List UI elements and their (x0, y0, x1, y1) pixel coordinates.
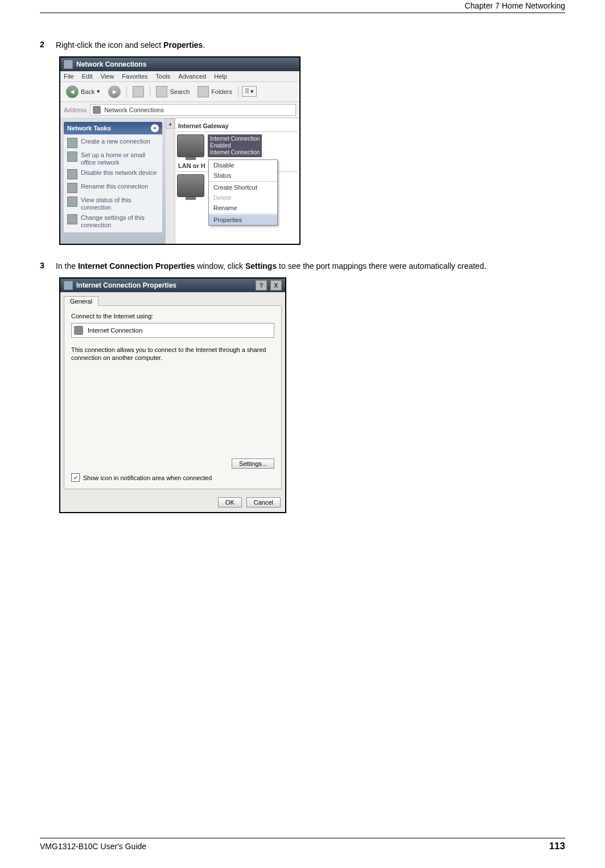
menu-advanced[interactable]: Advanced (178, 73, 206, 80)
dialog-title: Internet Connection Properties (76, 281, 176, 289)
monitor-icon (177, 174, 204, 197)
connection-description: This connection allows you to connect to… (71, 346, 274, 362)
scrollbar[interactable]: ▴ (166, 118, 175, 244)
forward-button[interactable]: ► (106, 84, 123, 99)
back-button[interactable]: ◄Back ▾ (64, 84, 102, 99)
step-2-number: 2 (40, 40, 56, 51)
separator (126, 86, 127, 97)
step-2: 2 Right-click the icon and select Proper… (40, 40, 565, 51)
show-icon-checkbox[interactable]: ✓ (71, 473, 80, 482)
toolbar: ◄Back ▾ ► Search Folders ⠿▾ (60, 82, 299, 102)
folders-button[interactable]: Folders (195, 85, 234, 99)
ctx-disable[interactable]: Disable (209, 160, 277, 170)
task-setup-network[interactable]: Set up a home or small office network (66, 150, 160, 167)
window-icon (64, 281, 73, 290)
menu-help[interactable]: Help (214, 73, 227, 80)
task-icon (67, 214, 77, 224)
category-internet-gateway: Internet Gateway (177, 121, 298, 131)
task-rename[interactable]: Rename this connection (66, 182, 160, 194)
network-tasks-header[interactable]: Network Tasks « (64, 122, 162, 134)
menu-tools[interactable]: Tools (156, 73, 171, 80)
address-icon (93, 106, 101, 114)
task-disable-device[interactable]: Disable this network device (66, 168, 160, 181)
connect-value: Internet Connection (88, 327, 142, 334)
ok-button[interactable]: OK (218, 497, 242, 507)
ctx-properties[interactable]: Properties (209, 215, 277, 225)
task-icon (67, 196, 77, 207)
address-label: Address (64, 107, 87, 113)
settings-button[interactable]: Settings... (232, 458, 274, 469)
close-button[interactable]: X (270, 280, 282, 290)
internet-connection-item[interactable]: Internet Connection Enabled Internet Con… (177, 134, 298, 157)
task-change-settings[interactable]: Change settings of this connection (66, 213, 160, 230)
up-button[interactable] (130, 85, 146, 99)
context-menu: Disable Status Create Shortcut Delete Re… (208, 159, 278, 226)
collapse-icon: « (151, 124, 159, 132)
tab-row: General (60, 292, 285, 305)
page-number: 113 (549, 841, 565, 852)
menu-file[interactable]: File (64, 73, 74, 80)
monitor-icon (177, 134, 204, 157)
item-label: Internet Connection Enabled Internet Con… (208, 134, 262, 157)
step-3: 3 In the Internet Connection Properties … (40, 261, 565, 272)
ctx-rename[interactable]: Rename (209, 203, 277, 213)
figure-network-connections: Network Connections File Edit View Favor… (59, 56, 301, 245)
task-icon (67, 183, 77, 193)
cancel-button[interactable]: Cancel (246, 497, 281, 507)
window-titlebar: Network Connections (60, 58, 299, 71)
menu-bar: File Edit View Favorites Tools Advanced … (60, 71, 299, 82)
connect-label: Connect to the Internet using: (71, 313, 274, 320)
footer-guide: VMG1312-B10C User's Guide (40, 842, 146, 851)
separator (238, 86, 238, 97)
step-3-text: In the Internet Connection Properties wi… (56, 261, 565, 272)
window-icon (64, 60, 73, 69)
connection-icon (74, 326, 83, 335)
separator (150, 86, 150, 97)
step-2-text: Right-click the icon and select Properti… (56, 40, 565, 51)
views-icon: ⠿ (245, 88, 249, 95)
sidebar: Network Tasks « Create a new connection … (60, 118, 166, 244)
task-icon (67, 169, 77, 179)
ctx-create-shortcut[interactable]: Create Shortcut (209, 182, 277, 193)
address-input[interactable]: Network Connections (90, 104, 296, 116)
scroll-up-icon: ▴ (166, 118, 175, 129)
step-3-number: 3 (40, 261, 56, 272)
tab-general[interactable]: General (64, 296, 98, 306)
folders-icon (197, 86, 209, 97)
folder-up-icon (133, 86, 144, 97)
window-title: Network Connections (76, 60, 146, 68)
chapter-title: Chapter 7 Home Networking (464, 1, 565, 10)
task-view-status[interactable]: View status of this connection (66, 195, 160, 212)
task-create-connection[interactable]: Create a new connection (66, 137, 160, 149)
address-value: Network Connections (104, 107, 164, 113)
figure-internet-connection-properties: Internet Connection Properties ? X Gener… (59, 277, 286, 514)
task-icon (67, 152, 77, 162)
help-button[interactable]: ? (256, 280, 267, 290)
address-bar: Address Network Connections (60, 102, 299, 118)
menu-favorites[interactable]: Favorites (122, 73, 147, 80)
views-button[interactable]: ⠿▾ (242, 86, 257, 97)
checkbox-label: Show icon in notification area when conn… (83, 474, 212, 481)
ctx-status[interactable]: Status (209, 170, 277, 181)
task-icon (67, 138, 77, 148)
menu-edit[interactable]: Edit (82, 73, 93, 80)
search-button[interactable]: Search (154, 85, 192, 99)
menu-view[interactable]: View (101, 73, 114, 80)
explorer-main-pane: ▴ Internet Gateway Internet Connection E… (166, 118, 299, 244)
ctx-delete: Delete (209, 193, 277, 203)
search-icon (156, 86, 167, 97)
dialog-titlebar: Internet Connection Properties ? X (60, 279, 285, 292)
connect-using-field: Internet Connection (71, 323, 274, 338)
properties-panel: Connect to the Internet using: Internet … (64, 305, 282, 490)
